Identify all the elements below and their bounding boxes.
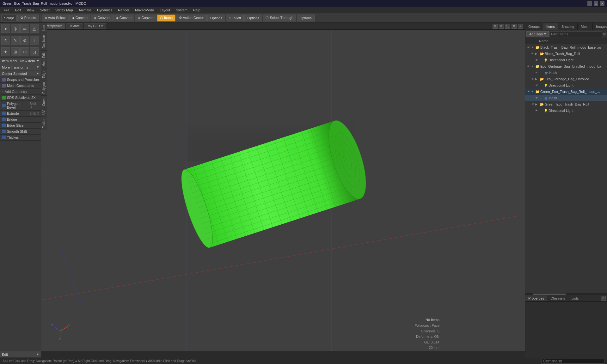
convert-button-2[interactable]: ◈ Convert xyxy=(91,15,113,21)
eye-icon-5[interactable]: 👁 xyxy=(534,70,539,75)
expand-6[interactable]: ▶ xyxy=(535,77,539,81)
directional-light-2[interactable]: 👁 💡 Directional Light xyxy=(525,82,607,88)
side-tab-curve[interactable]: Curve xyxy=(41,95,47,108)
side-tab-mesh-edit[interactable]: Mesh Edit xyxy=(41,50,47,68)
side-tab-uv[interactable]: UV xyxy=(41,108,47,117)
item-menu-dropdown[interactable]: Item Menu: New Item ▾ xyxy=(0,58,41,64)
convert-button-4[interactable]: ◈ Convert xyxy=(135,15,156,21)
viewport-raygl-tab[interactable]: Ray GL: Off xyxy=(84,23,106,29)
menu-system[interactable]: System xyxy=(173,8,190,13)
box-tool[interactable]: ▭ xyxy=(20,24,29,33)
group-eco-garbage-bag-unrolled[interactable]: 👁 ▶ 📂 Eco_Garbage_Bag_Unrolled xyxy=(525,76,607,82)
window-controls[interactable]: — □ ✕ xyxy=(587,1,604,6)
tab-images[interactable]: Images xyxy=(593,23,607,30)
menu-render[interactable]: Render xyxy=(115,8,132,13)
smooth-shift-button[interactable]: Smooth Shift xyxy=(0,129,41,135)
expand-4[interactable]: ▼ xyxy=(531,65,535,68)
side-tab-fusion[interactable]: Fusion xyxy=(41,117,47,130)
eye-icon-10[interactable]: 👁 xyxy=(530,102,535,107)
tab-channels[interactable]: Channels xyxy=(547,295,568,301)
expand-2[interactable]: ▶ xyxy=(535,52,539,55)
vp-icon-3[interactable]: ⛶ xyxy=(505,24,510,29)
menu-file[interactable]: File xyxy=(1,8,12,13)
star-tool[interactable]: ★ xyxy=(1,47,10,56)
scene-eco-garbage-bag[interactable]: 👁 ▼ 📁 Eco_Garbage_Bag_Unrolled_modo_base… xyxy=(525,63,607,70)
minimize-button[interactable]: — xyxy=(587,1,592,6)
items-scrollbar-area[interactable] xyxy=(525,293,607,294)
menu-dynamics[interactable]: Dynamics xyxy=(95,8,115,13)
eye-icon-4[interactable]: 👁 xyxy=(526,64,531,69)
vp-icon-2[interactable]: ⟳ xyxy=(499,24,504,29)
grid-tool[interactable]: ⊞ xyxy=(11,47,20,56)
thicken-button[interactable]: Thicken xyxy=(0,135,41,141)
items-list[interactable]: 👁 ▼ 📁 Black_Trash_Bag_Roll_modo_base.lxo… xyxy=(525,44,607,293)
directional-light-3[interactable]: 👁 💡 Directional Light xyxy=(525,107,607,114)
eye-icon-2[interactable]: 👁 xyxy=(530,51,535,56)
eye-icon-11[interactable]: 👁 xyxy=(534,108,539,113)
tab-mesh[interactable]: Mesh xyxy=(578,23,593,30)
viewport-canvas[interactable]: X Z Y xyxy=(41,30,525,351)
mesh-green-trash-bag[interactable]: 👁 ▦ Mesh xyxy=(525,95,607,101)
options-button-3[interactable]: Options xyxy=(297,15,315,21)
directional-light-1[interactable]: 👁 💡 Directional Light xyxy=(525,57,607,63)
convert-button-1[interactable]: ◈ Convert xyxy=(69,15,91,21)
maximize-button[interactable]: □ xyxy=(594,1,598,6)
tab-groups[interactable]: Groups xyxy=(525,23,543,30)
center-selected-dropdown[interactable]: Center Selected ▾ xyxy=(0,70,41,77)
sculpt-button[interactable]: Sculpt xyxy=(1,15,17,21)
close-button[interactable]: ✕ xyxy=(600,1,604,6)
side-tab-item[interactable]: Item xyxy=(41,23,47,33)
extrude-button[interactable]: Extrude Shift-X xyxy=(0,111,41,117)
options-button-1[interactable]: Options xyxy=(207,15,225,21)
menu-maxtomodo[interactable]: MaxToModo xyxy=(132,8,156,13)
group-green-eco-trash-bag-roll[interactable]: 👁 ▶ 📂 Green_Eco_Trash_Bag_Roll xyxy=(525,101,607,107)
menu-edit[interactable]: Edit xyxy=(13,8,24,13)
side-tab-edge[interactable]: Edge xyxy=(41,69,47,80)
expand-10[interactable]: ▶ xyxy=(535,103,539,106)
menu-layout[interactable]: Layout xyxy=(157,8,173,13)
scene-green-trash-bag[interactable]: 👁 ▼ 📁 Green_Eco_Trash_Bag_Roll_modo_... xyxy=(525,88,607,95)
add-geometry-button[interactable]: + Add Geometry xyxy=(0,89,41,95)
tab-items[interactable]: Items xyxy=(543,23,558,30)
menu-help[interactable]: Help xyxy=(191,8,203,13)
torus-tool[interactable]: ◎ xyxy=(11,24,20,33)
action-center-button[interactable]: ⚙ Action Center xyxy=(176,15,207,21)
capsule-tool[interactable]: ⬭ xyxy=(20,47,29,56)
expand-1[interactable]: ▼ xyxy=(531,46,535,49)
sds-subdivide-button[interactable]: SDS Subdivide 2X xyxy=(0,95,41,101)
menu-vertex-map[interactable]: Vertex Map xyxy=(53,8,76,13)
vp-icon-1[interactable]: ⊞ xyxy=(493,24,498,29)
more-transforms-dropdown[interactable]: More Transforms ▾ xyxy=(0,64,41,70)
side-tab-duplicate[interactable]: Duplicate xyxy=(41,33,47,50)
command-input[interactable] xyxy=(541,359,604,364)
options-button-2[interactable]: Options xyxy=(244,15,262,21)
auto-select-button[interactable]: ◈ Auto Select xyxy=(42,15,69,21)
add-item-button[interactable]: Add Item ▾ xyxy=(526,31,549,37)
select-through-button[interactable]: ⬡ Select Through xyxy=(263,15,296,21)
eye-icon-3[interactable]: 👁 xyxy=(534,58,539,63)
tab-shading[interactable]: Shading xyxy=(558,23,578,30)
wedge-tool[interactable]: ◿ xyxy=(30,47,39,56)
mesh-constraints-button[interactable]: Mesh Constraints xyxy=(0,83,41,89)
text-tool[interactable]: T xyxy=(30,36,39,45)
tab-lists[interactable]: Lists xyxy=(568,295,582,301)
menu-animate[interactable]: Animate xyxy=(76,8,94,13)
mesh-eco-garbage[interactable]: 👁 ▦ Mesh xyxy=(525,70,607,76)
vp-icon-5[interactable]: ≡ xyxy=(518,24,523,29)
shear-tool[interactable]: ⊘ xyxy=(20,36,29,45)
bridge-button[interactable]: Bridge xyxy=(0,117,41,123)
items-button[interactable]: ⬡ Items xyxy=(157,15,175,21)
eye-icon-8[interactable]: 👁 xyxy=(526,89,531,94)
bottom-expand-btn[interactable]: ⤢ xyxy=(601,296,606,301)
viewport-texture-tab[interactable]: Texture xyxy=(66,23,83,29)
viewport-area[interactable]: Perspective Texture Ray GL: Off ⊞ ⟳ ⛶ ⚙ … xyxy=(41,23,525,358)
menu-select[interactable]: Select xyxy=(37,8,52,13)
tab-properties[interactable]: Properties xyxy=(525,295,547,301)
cone-tool[interactable]: △ xyxy=(30,24,39,33)
eye-icon-6[interactable]: 👁 xyxy=(530,76,535,82)
edit-dropdown[interactable]: Edit ▾ xyxy=(0,351,41,358)
edge-slice-button[interactable]: Edge Slice xyxy=(0,123,41,129)
eye-icon-9[interactable]: 👁 xyxy=(534,95,539,100)
side-tab-polygon[interactable]: Polygon xyxy=(41,80,47,95)
vp-icon-4[interactable]: ⚙ xyxy=(512,24,517,29)
